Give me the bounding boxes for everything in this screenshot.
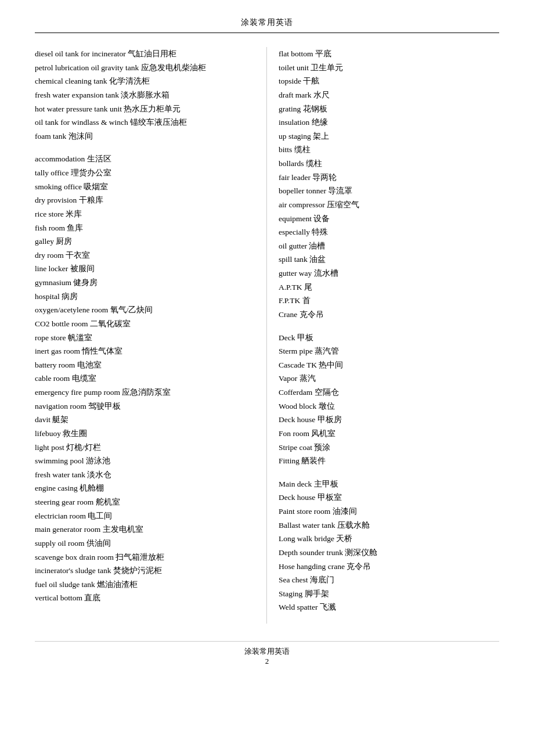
list-item: Deck 甲板 <box>279 331 499 345</box>
list-item: rope store 帆滥室 <box>35 331 255 345</box>
list-item: Hose hangding crane 克令吊 <box>279 560 499 574</box>
list-item: hospital 病房 <box>35 290 255 304</box>
page: 涂装常用英语 diesel oil tank for incinerator 气… <box>0 0 534 756</box>
list-item: bitts 缆柱 <box>279 143 499 157</box>
list-item: engine casing 机舱棚 <box>35 481 255 495</box>
main-content: diesel oil tank for incinerator 气缸油日用柜pe… <box>35 47 499 624</box>
left-group-0: diesel oil tank for incinerator 气缸油日用柜pe… <box>35 47 255 143</box>
list-item: fish room 鱼库 <box>35 221 255 235</box>
list-item: fuel oil sludge tank 燃油油渣柜 <box>35 578 255 592</box>
list-item: Sterm pipe 蒸汽管 <box>279 344 499 358</box>
left-group-1: accommodation 生活区tally office 理货办公室smoki… <box>35 152 255 605</box>
footer-page: 2 <box>35 657 499 666</box>
list-item: rice store 米库 <box>35 207 255 221</box>
list-item: electrician room 电工间 <box>35 509 255 523</box>
list-item: Deck house 甲板房 <box>279 413 499 427</box>
list-item: vertical bottom 直底 <box>35 591 255 605</box>
list-item: grating 花钢板 <box>279 102 499 116</box>
list-item: dry room 干衣室 <box>35 249 255 262</box>
list-item: CO2 bottle room 二氧化碳室 <box>35 317 255 331</box>
list-item: Sea chest 海底门 <box>279 573 499 587</box>
list-item: supply oil room 供油间 <box>35 537 255 550</box>
list-item: up staging 架上 <box>279 129 499 143</box>
list-item: oxygen/acetylene room 氧气/乙炔间 <box>35 303 255 317</box>
list-item: light post 灯桅/灯栏 <box>35 441 255 455</box>
list-item: Fon room 风机室 <box>279 427 499 441</box>
list-item: especially 特殊 <box>279 225 499 239</box>
list-item: chemical cleaning tank 化学清洗柜 <box>35 74 255 88</box>
list-item: toilet unit 卫生单元 <box>279 61 499 75</box>
list-item: Staging 脚手架 <box>279 587 499 601</box>
list-item: galley 厨房 <box>35 235 255 249</box>
list-item: Fitting 舾装件 <box>279 454 499 468</box>
list-item: swimming pool 游泳池 <box>35 454 255 468</box>
list-item: equipment 设备 <box>279 212 499 226</box>
list-item: steering gear room 舵机室 <box>35 495 255 509</box>
list-item: foam tank 泡沫间 <box>35 129 255 143</box>
list-item: oil tank for windlass & winch 锚绞车液压油柜 <box>35 116 255 129</box>
list-item: inert gas room 惰性气体室 <box>35 344 255 358</box>
list-item: Cascade TK 热中间 <box>279 358 499 372</box>
list-item: draft mark 水尺 <box>279 88 499 102</box>
list-item: Vapor 蒸汽 <box>279 372 499 386</box>
list-item: fair leader 导两轮 <box>279 171 499 185</box>
list-item: Cofferdam 空隔仓 <box>279 386 499 399</box>
list-item: dry provision 干粮库 <box>35 193 255 207</box>
footer-title: 涂装常用英语 <box>35 646 499 657</box>
list-item: tally office 理货办公室 <box>35 166 255 180</box>
list-item: accommodation 生活区 <box>35 152 255 166</box>
list-item: insulation 绝缘 <box>279 116 499 129</box>
list-item: lifebuoy 救生圈 <box>35 427 255 441</box>
list-item: battery room 电池室 <box>35 358 255 372</box>
list-item: navigation room 驾驶甲板 <box>35 399 255 413</box>
page-header: 涂装常用英语 <box>35 17 499 33</box>
list-item: hot water pressure tank unit 热水压力柜单元 <box>35 102 255 116</box>
list-item: smoking office 吸烟室 <box>35 180 255 194</box>
list-item: line locker 被服间 <box>35 262 255 276</box>
list-item: Deck house 甲板室 <box>279 491 499 505</box>
right-group-1: Deck 甲板Sterm pipe 蒸汽管Cascade TK 热中间Vapor… <box>279 331 499 468</box>
list-item: bollards 缆柱 <box>279 157 499 171</box>
list-item: F.P.TK 首 <box>279 294 499 308</box>
list-item: cable room 电缆室 <box>35 372 255 386</box>
list-item: Ballast water tank 压载水舱 <box>279 519 499 532</box>
list-item: air compressor 压缩空气 <box>279 198 499 212</box>
list-item: Main deck 主甲板 <box>279 477 499 491</box>
list-item: Stripe coat 预涂 <box>279 441 499 455</box>
list-item: A.P.TK 尾 <box>279 280 499 294</box>
list-item: bopeller tonner 导流罩 <box>279 184 499 198</box>
list-item: flat bottom 平底 <box>279 47 499 61</box>
list-item: fresh water expansion tank 淡水膨胀水箱 <box>35 88 255 102</box>
list-item: davit 艇架 <box>35 413 255 427</box>
header-title: 涂装常用英语 <box>241 18 293 27</box>
right-group-0: flat bottom 平底toilet unit 卫生单元topside 干舷… <box>279 47 499 322</box>
list-item: fresh water tank 淡水仓 <box>35 468 255 482</box>
list-item: diesel oil tank for incinerator 气缸油日用柜 <box>35 47 255 61</box>
list-item: Crane 克令吊 <box>279 308 499 322</box>
list-item: incinerator's sludge tank 焚烧炉污泥柜 <box>35 564 255 578</box>
list-item: gymnasium 健身房 <box>35 276 255 290</box>
list-item: scavenge box drain room 扫气箱泄放柜 <box>35 550 255 564</box>
list-item: Weld spatter 飞溅 <box>279 600 499 614</box>
list-item: Long walk bridge 天桥 <box>279 532 499 546</box>
list-item: emergency fire pump room 应急消防泵室 <box>35 386 255 399</box>
list-item: spill tank 油盆 <box>279 253 499 267</box>
list-item: Depth sounder trunk 测深仪舱 <box>279 546 499 560</box>
list-item: petrol lubrication oil gravity tank 应急发电… <box>35 61 255 75</box>
list-item: Wood block 墩位 <box>279 399 499 413</box>
list-item: topside 干舷 <box>279 74 499 88</box>
list-item: Paint store room 油漆间 <box>279 505 499 519</box>
list-item: gutter way 流水槽 <box>279 267 499 280</box>
left-column: diesel oil tank for incinerator 气缸油日用柜pe… <box>35 47 267 624</box>
list-item: main generator room 主发电机室 <box>35 523 255 537</box>
list-item: oil gutter 油槽 <box>279 239 499 253</box>
right-column: flat bottom 平底toilet unit 卫生单元topside 干舷… <box>267 47 499 624</box>
right-group-2: Main deck 主甲板Deck house 甲板室Paint store r… <box>279 477 499 614</box>
page-footer: 涂装常用英语 2 <box>35 641 499 666</box>
